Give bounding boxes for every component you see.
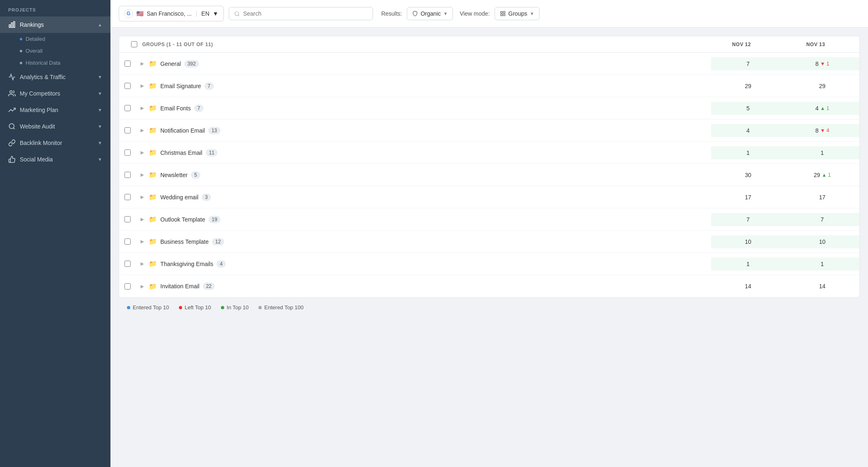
row-name-cell: ▶ 📁 Thanksgiving Emails 4	[136, 259, 711, 268]
sidebar-item-competitors[interactable]: My Competitors ▼	[0, 85, 110, 102]
expand-icon[interactable]: ▶	[139, 170, 145, 179]
organic-dropdown[interactable]: Organic ▼	[407, 7, 453, 20]
historical-label: Historical Data	[26, 60, 61, 66]
sidebar-item-social[interactable]: Social Media ▼	[0, 151, 110, 168]
search-input[interactable]	[243, 10, 368, 17]
row-label: Email Signature	[160, 83, 201, 89]
groups-chevron: ▼	[530, 11, 534, 16]
folder-icon: 📁	[149, 149, 157, 156]
row-name-cell: ▶ 📁 Christmas Email 11	[136, 148, 711, 157]
expand-icon[interactable]: ▶	[139, 259, 145, 268]
folder-icon: 📁	[149, 60, 157, 68]
cell-nov12: 7	[711, 57, 785, 70]
row-label: Wedding email	[160, 194, 198, 201]
link-icon	[8, 139, 16, 147]
svg-point-4	[9, 124, 14, 128]
search-icon	[234, 11, 240, 17]
users-icon	[8, 90, 16, 97]
expand-icon[interactable]: ▶	[139, 148, 145, 157]
row-checkbox[interactable]	[124, 261, 131, 267]
row-name-cell: ▶ 📁 Wedding email 3	[136, 193, 711, 201]
row-count: 19	[209, 216, 221, 223]
expand-icon[interactable]: ▶	[139, 193, 145, 201]
expand-icon[interactable]: ▶	[139, 104, 145, 112]
svg-rect-8	[501, 12, 502, 13]
row-checkbox[interactable]	[124, 194, 131, 200]
expand-icon[interactable]: ▶	[139, 126, 145, 135]
expand-icon[interactable]: ▶	[139, 59, 145, 68]
row-name-cell: ▶ 📁 Email Fonts 7	[136, 104, 711, 112]
row-label: Thanksgiving Emails	[160, 261, 213, 267]
row-checkbox-cell	[119, 172, 136, 178]
legend-in-top10: In Top 10	[221, 304, 249, 311]
table-row: ▶ 📁 Invitation Email 22 14 14	[119, 275, 859, 297]
row-checkbox[interactable]	[124, 83, 131, 89]
sidebar-item-backlink[interactable]: Backlink Monitor ▼	[0, 135, 110, 151]
bar-chart-icon	[8, 21, 16, 28]
row-checkbox[interactable]	[124, 283, 131, 290]
expand-icon[interactable]: ▶	[139, 82, 145, 90]
sidebar-item-historical[interactable]: Historical Data	[20, 57, 110, 69]
competitors-label: My Competitors	[20, 90, 60, 97]
viewmode-label: View mode:	[460, 10, 490, 17]
row-checkbox[interactable]	[124, 61, 131, 67]
cell-nov13: 8 ▼ 1	[785, 57, 859, 70]
row-checkbox[interactable]	[124, 216, 131, 222]
svg-point-6	[235, 12, 239, 15]
location-text: San Francisco, ...	[147, 10, 192, 17]
row-checkbox[interactable]	[124, 172, 131, 178]
audit-icon	[8, 123, 16, 130]
search-box[interactable]	[229, 7, 373, 20]
svg-rect-1	[12, 23, 13, 28]
change-indicator: ▲ 1	[820, 105, 829, 111]
row-name-cell: ▶ 📁 General 392	[136, 59, 711, 68]
results-label: Results:	[381, 10, 402, 17]
flag-emoji: 🇺🇸	[136, 10, 143, 17]
row-label: Email Fonts	[160, 105, 191, 112]
sidebar-item-marketing[interactable]: Marketing Plan ▼	[0, 102, 110, 118]
groups-label: Groups	[508, 10, 527, 17]
sidebar: PROJECTS Rankings ▲ Detailed Overall His…	[0, 0, 110, 467]
row-name-cell: ▶ 📁 Invitation Email 22	[136, 282, 711, 291]
expand-icon[interactable]: ▶	[139, 237, 145, 246]
expand-icon[interactable]: ▶	[139, 215, 145, 224]
row-count: 3	[202, 194, 211, 201]
legend-label-entered-top10: Entered Top 10	[133, 304, 169, 311]
detailed-label: Detailed	[26, 36, 45, 42]
language-text: EN	[202, 10, 209, 17]
change-indicator: ▲ 1	[822, 172, 831, 178]
row-checkbox-cell	[119, 83, 136, 89]
legend-left-top10: Left Top 10	[179, 304, 211, 311]
table-row: ▶ 📁 Wedding email 3 17 17	[119, 186, 859, 208]
main-content: G 🇺🇸 San Francisco, ... | EN ▼ Results: …	[110, 0, 868, 467]
cell-nov12: 4	[711, 124, 785, 137]
row-checkbox[interactable]	[124, 105, 131, 111]
expand-icon[interactable]: ▶	[139, 282, 145, 291]
row-count: 7	[194, 105, 204, 112]
folder-icon: 📁	[149, 260, 157, 268]
divider: |	[196, 10, 197, 17]
row-count: 11	[206, 149, 218, 156]
sidebar-item-detailed[interactable]: Detailed	[20, 33, 110, 45]
folder-icon: 📁	[149, 82, 157, 90]
rankings-subnav: Detailed Overall Historical Data	[0, 33, 110, 69]
row-name-cell: ▶ 📁 Business Template 12	[136, 237, 711, 246]
backlink-arrow: ▼	[98, 140, 102, 145]
row-checkbox[interactable]	[124, 238, 131, 245]
groups-table: GROUPS (1 - 11 OUT OF 11) NOV 12 NOV 13 …	[119, 36, 860, 298]
sidebar-item-audit[interactable]: Website Audit ▼	[0, 118, 110, 135]
location-selector[interactable]: G 🇺🇸 San Francisco, ... | EN ▼	[119, 6, 224, 21]
select-all-checkbox[interactable]	[131, 41, 137, 47]
groups-dropdown[interactable]: Groups ▼	[495, 7, 540, 20]
change-indicator: ▼ 4	[820, 128, 829, 133]
row-label: Invitation Email	[160, 283, 199, 290]
row-checkbox[interactable]	[124, 149, 131, 156]
table-row: ▶ 📁 Newsletter 5 30 29 ▲ 1	[119, 164, 859, 186]
toolbar: G 🇺🇸 San Francisco, ... | EN ▼ Results: …	[110, 0, 868, 28]
svg-rect-2	[14, 22, 15, 28]
row-checkbox[interactable]	[124, 127, 131, 133]
table-row: ▶ 📁 General 392 7 8 ▼ 1	[119, 53, 859, 75]
sidebar-item-overall[interactable]: Overall	[20, 45, 110, 57]
sidebar-item-analytics[interactable]: Analytics & Traffic ▼	[0, 69, 110, 85]
sidebar-item-rankings[interactable]: Rankings ▲	[0, 16, 110, 33]
